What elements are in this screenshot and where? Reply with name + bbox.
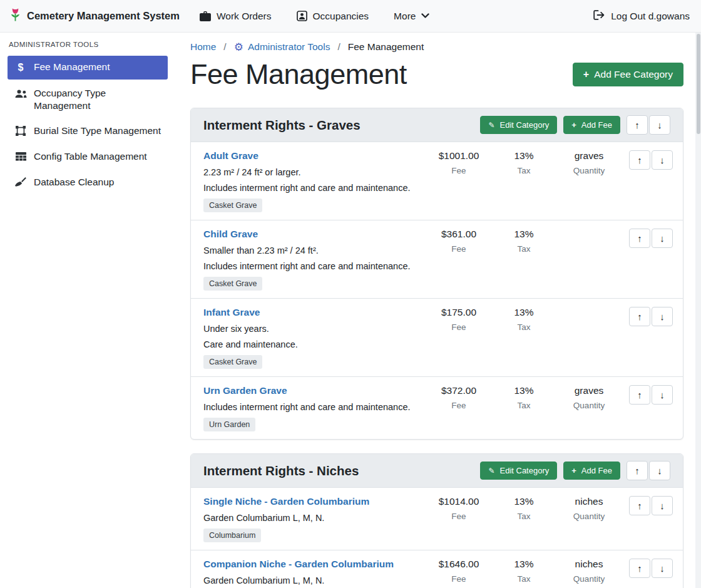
fee-info: Single Niche - Garden Columbarium Garden… bbox=[203, 496, 425, 542]
table-icon bbox=[14, 151, 28, 163]
sidebar-item-label: Burial Site Type Management bbox=[34, 125, 161, 137]
sidebar-item-label: Config Table Management bbox=[34, 150, 147, 163]
breadcrumb-home-link[interactable]: Home bbox=[190, 41, 216, 53]
fee-reorder-controls: ↑ ↓ bbox=[629, 496, 673, 515]
category-header: Interment Rights - Graves ✎ Edit Categor… bbox=[191, 108, 683, 142]
fee-amount-label: Fee bbox=[427, 244, 490, 254]
quantity-col: niches Quantity bbox=[558, 559, 620, 584]
sidebar-item-label: Fee Management bbox=[34, 61, 110, 73]
move-fee-down-button[interactable]: ↓ bbox=[652, 385, 673, 405]
move-fee-down-button[interactable]: ↓ bbox=[652, 559, 673, 578]
sidebar-item-database-cleanup[interactable]: Database Cleanup bbox=[8, 171, 168, 194]
fee-description: Garden Columbarium L, M, N. bbox=[203, 575, 420, 585]
quantity-label: Quantity bbox=[558, 401, 620, 410]
move-category-down-button[interactable]: ↓ bbox=[649, 461, 670, 480]
page-title: Fee Management bbox=[190, 58, 407, 91]
fee-info: Urn Garden Grave Includes interment righ… bbox=[203, 385, 425, 431]
nav-item-more[interactable]: More bbox=[394, 11, 429, 22]
tax-label: Tax bbox=[493, 401, 555, 410]
fee-amount-col: $175.00 Fee bbox=[427, 307, 490, 332]
quantity-value: graves bbox=[558, 385, 620, 396]
sidebar-item-burial-site-type-management[interactable]: Burial Site Type Management bbox=[8, 120, 168, 143]
fee-reorder-controls: ↑ ↓ bbox=[629, 307, 673, 326]
nav-item-occupancies[interactable]: Occupancies bbox=[297, 11, 369, 22]
app-title: Cemetery Management System bbox=[27, 10, 180, 22]
move-fee-up-button[interactable]: ↑ bbox=[629, 385, 650, 405]
fee-description: Garden Columbarium L, M, N. bbox=[203, 513, 420, 523]
breadcrumb-admin-tools-link[interactable]: Administrator Tools bbox=[248, 41, 330, 53]
move-category-up-button[interactable]: ↑ bbox=[627, 461, 648, 480]
breadcrumb-separator: / bbox=[337, 41, 340, 53]
vertical-scrollbar[interactable] bbox=[695, 33, 701, 588]
pencil-icon: ✎ bbox=[488, 121, 494, 129]
fee-category-card: Interment Rights - Graves ✎ Edit Categor… bbox=[190, 108, 683, 440]
add-fee-category-button[interactable]: + Add Fee Category bbox=[573, 63, 683, 86]
sidebar-item-label: Database Cleanup bbox=[34, 176, 114, 188]
move-fee-up-button[interactable]: ↑ bbox=[629, 307, 650, 326]
fee-amount-label: Fee bbox=[427, 322, 490, 332]
move-fee-down-button[interactable]: ↓ bbox=[652, 496, 673, 515]
edit-category-button[interactable]: ✎ Edit Category bbox=[480, 462, 557, 480]
add-fee-button[interactable]: + Add Fee bbox=[563, 462, 620, 480]
fee-amount-col: $372.00 Fee bbox=[427, 385, 490, 410]
move-category-up-button[interactable]: ↑ bbox=[627, 115, 648, 135]
add-fee-label: Add Fee bbox=[581, 120, 612, 130]
move-fee-up-button[interactable]: ↑ bbox=[629, 150, 650, 170]
add-fee-category-label: Add Fee Category bbox=[594, 69, 673, 80]
sidebar-item-fee-management[interactable]: $ Fee Management bbox=[8, 56, 168, 80]
app-brand[interactable]: Cemetery Management System bbox=[9, 7, 180, 26]
fee-name-link[interactable]: Adult Grave bbox=[203, 150, 258, 162]
fee-amount-col: $1001.00 Fee bbox=[427, 150, 490, 175]
fee-row: Infant Grave Under six years. Care and m… bbox=[191, 298, 683, 376]
nav-item-work-orders[interactable]: Work Orders bbox=[200, 11, 272, 22]
tax-label: Tax bbox=[493, 512, 555, 521]
plus-icon: + bbox=[571, 467, 576, 475]
plus-icon: + bbox=[583, 70, 589, 80]
people-icon bbox=[14, 88, 28, 100]
fee-amount-value: $1001.00 bbox=[427, 150, 490, 162]
add-fee-button[interactable]: + Add Fee bbox=[563, 116, 620, 134]
quantity-label: Quantity bbox=[558, 574, 620, 584]
fee-amount-value: $372.00 bbox=[427, 385, 490, 396]
move-fee-up-button[interactable]: ↑ bbox=[629, 229, 650, 248]
move-fee-up-button[interactable]: ↑ bbox=[629, 496, 650, 515]
fee-name-link[interactable]: Urn Garden Grave bbox=[203, 385, 287, 396]
quantity-value: niches bbox=[558, 496, 620, 507]
move-fee-down-button[interactable]: ↓ bbox=[652, 150, 673, 170]
fee-name-link[interactable]: Companion Niche - Garden Columbarium bbox=[203, 559, 394, 570]
category-header: Interment Rights - Niches ✎ Edit Categor… bbox=[191, 454, 683, 487]
sidebar-item-config-table-management[interactable]: Config Table Management bbox=[8, 145, 168, 168]
move-fee-down-button[interactable]: ↓ bbox=[652, 307, 673, 326]
move-fee-down-button[interactable]: ↓ bbox=[652, 229, 673, 248]
fee-description: Care and maintenance. bbox=[203, 339, 420, 349]
move-fee-up-button[interactable]: ↑ bbox=[629, 559, 650, 578]
broom-icon bbox=[14, 177, 28, 189]
tax-value: 13% bbox=[493, 385, 555, 396]
logout-button[interactable]: Log Out d.gowans bbox=[593, 10, 690, 23]
move-category-down-button[interactable]: ↓ bbox=[649, 115, 670, 135]
nav-item-label: More bbox=[394, 11, 416, 22]
fee-name-link[interactable]: Single Niche - Garden Columbarium bbox=[203, 496, 369, 507]
tax-col: 13% Tax bbox=[493, 496, 555, 521]
fee-description: Includes interment right and care and ma… bbox=[203, 402, 420, 412]
fee-description: Includes interment right and care and ma… bbox=[203, 261, 420, 271]
tax-value: 13% bbox=[493, 496, 555, 507]
gear-icon: ⚙ bbox=[234, 42, 243, 53]
tax-value: 13% bbox=[493, 559, 555, 570]
fee-row: Urn Garden Grave Includes interment righ… bbox=[191, 376, 683, 439]
category-reorder-controls: ↑ ↓ bbox=[627, 461, 670, 480]
edit-category-button[interactable]: ✎ Edit Category bbox=[480, 116, 557, 134]
breadcrumb-separator: / bbox=[223, 41, 226, 53]
fee-category-card: Interment Rights - Niches ✎ Edit Categor… bbox=[190, 453, 683, 588]
quantity-value: graves bbox=[558, 150, 620, 162]
logout-label: Log Out d.gowans bbox=[611, 11, 690, 22]
fee-name-link[interactable]: Child Grave bbox=[203, 229, 258, 240]
scrollbar-thumb[interactable] bbox=[697, 34, 700, 134]
fee-info: Adult Grave 2.23 m² / 24 ft² or larger. … bbox=[203, 150, 425, 212]
sidebar-item-occupancy-type-management[interactable]: Occupancy Type Management bbox=[8, 82, 168, 117]
tax-label: Tax bbox=[493, 244, 555, 254]
fee-description: 2.23 m² / 24 ft² or larger. bbox=[203, 167, 420, 177]
pencil-icon: ✎ bbox=[488, 467, 494, 475]
fee-name-link[interactable]: Infant Grave bbox=[203, 307, 260, 318]
fee-amount-col: $1014.00 Fee bbox=[427, 496, 490, 521]
